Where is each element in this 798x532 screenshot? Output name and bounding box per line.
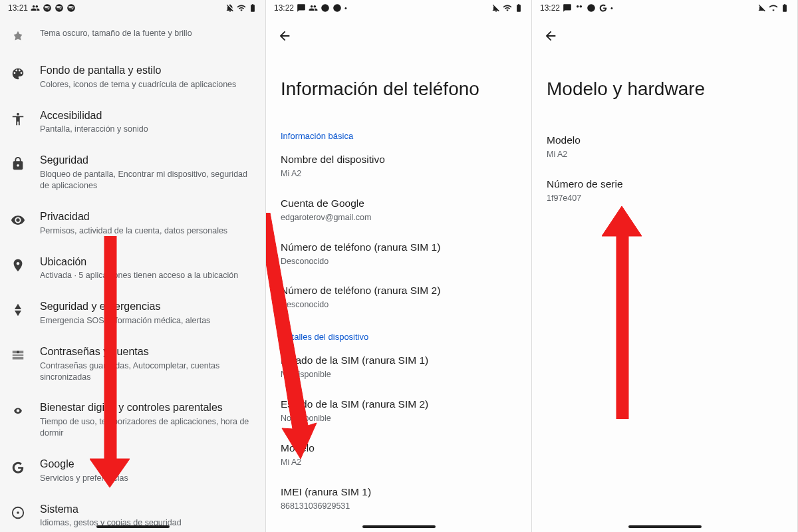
- row-sub: Desconocido: [281, 256, 517, 267]
- setting-title: Accesibilidad: [40, 109, 255, 123]
- setting-google[interactable]: Google Servicios y preferencias: [0, 448, 265, 493]
- setting-safety[interactable]: Seguridad y emergencias Emergencia SOS, …: [0, 291, 265, 336]
- notifications-off-icon: [225, 3, 235, 13]
- spotify-icon: [321, 3, 330, 13]
- row-title: Estado de la SIM (ranura SIM 2): [281, 398, 517, 412]
- wifi-icon: [769, 3, 778, 13]
- svg-point-11: [333, 4, 341, 12]
- setting-title: Sistema: [40, 503, 255, 517]
- battery-icon: [514, 3, 523, 13]
- people-icon: [575, 3, 584, 13]
- section-basic-info: Información básica: [266, 126, 531, 145]
- row-sub: No disponible: [281, 413, 517, 424]
- settings-list: Tema oscuro, tamaño de la fuente y brill…: [0, 16, 265, 532]
- setting-sub: Contraseñas guardadas, Autocompletar, cu…: [40, 360, 255, 383]
- lock-icon: [9, 155, 27, 172]
- row-google-account[interactable]: Cuenta de Google edgaroterov@gmail.com: [266, 189, 531, 233]
- settings-main-screen: 13:21: [0, 0, 266, 532]
- row-sim-1[interactable]: Estado de la SIM (ranura SIM 1) No dispo…: [266, 346, 531, 390]
- svg-point-5: [17, 511, 19, 514]
- setting-title: Google: [40, 458, 255, 471]
- setting-location[interactable]: Ubicación Activada · 5 aplicaciones tien…: [0, 246, 265, 291]
- setting-title: Ubicación: [40, 255, 255, 269]
- row-sub: 1f97e407: [547, 193, 783, 204]
- spotify-icon: [587, 3, 596, 13]
- chat-icon: [297, 3, 306, 13]
- setting-sub: Tiempo de uso, temporizadores de aplicac…: [40, 416, 255, 439]
- row-sub: Desconocido: [281, 299, 517, 311]
- row-sub: Mi A2: [547, 149, 783, 160]
- google-icon: [598, 3, 608, 13]
- row-phone-1[interactable]: Número de teléfono (ranura SIM 1) Descon…: [266, 233, 531, 277]
- page-title: Modelo y hardware: [532, 48, 797, 126]
- status-bar: 13:22 •: [266, 0, 531, 16]
- status-bar: 13:22 •: [532, 0, 797, 16]
- back-button[interactable]: [275, 27, 294, 45]
- row-title: Estado de la SIM (ranura SIM 1): [281, 354, 517, 368]
- setting-wallpaper[interactable]: Fondo de pantalla y estilo Colores, icon…: [0, 55, 265, 100]
- row-sim-2[interactable]: Estado de la SIM (ranura SIM 2) No dispo…: [266, 390, 531, 434]
- setting-title: Seguridad y emergencias: [40, 300, 255, 314]
- setting-sub: Tema oscuro, tamaño de la fuente y brill…: [40, 28, 255, 39]
- palette-icon: [9, 65, 27, 82]
- row-model[interactable]: Modelo Mi A2: [266, 434, 531, 477]
- nav-handle[interactable]: [628, 525, 702, 528]
- wellbeing-icon: [9, 402, 27, 420]
- spotify-icon: [332, 3, 342, 13]
- setting-security[interactable]: Seguridad Bloqueo de pantalla, Encontrar…: [0, 144, 265, 201]
- display-icon: [9, 28, 27, 45]
- svg-point-13: [587, 4, 595, 12]
- svg-point-10: [321, 4, 329, 12]
- setting-passwords[interactable]: Contraseñas y cuentas Contraseñas guarda…: [0, 336, 265, 392]
- chat-icon: [563, 3, 572, 13]
- people-icon: [31, 3, 40, 13]
- setting-sub: Colores, iconos de tema y cuadrícula de …: [40, 79, 255, 90]
- setting-sub: Activada · 5 aplicaciones tienen acceso …: [40, 270, 255, 281]
- spotify-icon: [66, 3, 76, 13]
- wifi-icon: [237, 3, 246, 13]
- annotation-arrow-up: [602, 206, 642, 419]
- row-device-name[interactable]: Nombre del dispositivo Mi A2: [266, 145, 531, 189]
- svg-point-3: [17, 350, 19, 353]
- row-sub: edgaroterov@gmail.com: [281, 212, 517, 223]
- row-title: Número de serie: [547, 178, 783, 192]
- status-time: 13:21: [8, 3, 28, 13]
- setting-title: Fondo de pantalla y estilo: [40, 64, 255, 78]
- emergency-icon: [9, 301, 27, 319]
- row-title: Número de teléfono (ranura SIM 1): [281, 241, 517, 255]
- setting-sub: Bloqueo de pantalla, Encontrar mi dispos…: [40, 169, 255, 192]
- battery-icon: [780, 3, 789, 13]
- setting-privacy[interactable]: Privacidad Permisos, actividad de la cue…: [0, 201, 265, 246]
- row-title: Modelo: [547, 134, 783, 148]
- setting-sub: Servicios y preferencias: [40, 473, 255, 484]
- section-device-details: Detalles del dispositivo: [266, 320, 531, 346]
- row-sub: Mi A2: [281, 457, 517, 468]
- row-phone-2[interactable]: Número de teléfono (ranura SIM 2) Descon…: [266, 276, 531, 320]
- setting-title: Seguridad: [40, 154, 255, 168]
- svg-rect-15: [616, 233, 628, 419]
- setting-accessibility[interactable]: Accesibilidad Pantalla, interacción y so…: [0, 100, 265, 145]
- status-time: 13:22: [540, 3, 560, 13]
- setting-sub: Pantalla, interacción y sonido: [40, 124, 255, 135]
- system-icon: [9, 504, 27, 521]
- spotify-icon: [43, 3, 52, 13]
- row-sub: No disponible: [281, 369, 517, 380]
- notifications-off-icon: [491, 3, 501, 13]
- setting-wellbeing[interactable]: Bienestar digital y controles parentales…: [0, 392, 265, 448]
- more-icon: •: [610, 5, 613, 12]
- row-title: Modelo: [281, 442, 517, 456]
- model-hardware-screen: 13:22 •: [532, 0, 798, 532]
- passwords-icon: [9, 346, 27, 364]
- row-serial-number[interactable]: Número de serie 1f97e407: [532, 170, 797, 213]
- nav-handle[interactable]: [362, 525, 436, 528]
- back-button[interactable]: [541, 27, 560, 45]
- setting-sub: Emergencia SOS, información médica, aler…: [40, 315, 255, 327]
- row-model[interactable]: Modelo Mi A2: [532, 126, 797, 170]
- nav-handle[interactable]: [96, 525, 170, 528]
- row-title: Cuenta de Google: [281, 197, 517, 211]
- row-title: Nombre del dispositivo: [281, 153, 517, 167]
- location-icon: [9, 257, 27, 274]
- setting-display[interactable]: Tema oscuro, tamaño de la fuente y brill…: [0, 17, 265, 55]
- row-imei-1[interactable]: IMEI (ranura SIM 1) 868131036929531: [266, 477, 531, 521]
- about-phone-screen: 13:22 •: [266, 0, 532, 532]
